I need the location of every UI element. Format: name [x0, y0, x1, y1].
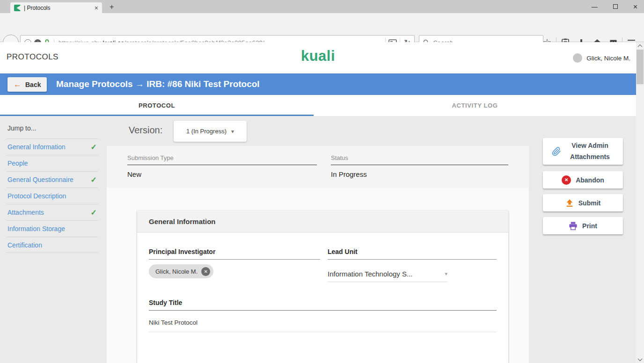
abandon-button[interactable]: ✕ Abandon: [543, 171, 623, 189]
browser-toolbar: ← i i https://siue-sbx.kuali.co/protocol…: [0, 13, 644, 42]
tab-close-icon[interactable]: ×: [95, 5, 98, 11]
tab-bar: PROTOCOL ACTIVITY LOG: [0, 95, 636, 116]
sidebar-item-general-questionnaire[interactable]: General Questionnaire ✓: [7, 171, 98, 188]
general-information-card: General Information Principal Investigat…: [137, 211, 508, 363]
jump-to-sidebar: Jump to... General Information ✓ People …: [7, 122, 98, 253]
card-title: General Information: [137, 211, 508, 232]
upload-icon: [565, 199, 574, 207]
check-icon: ✓: [91, 143, 97, 152]
view-admin-attachments-button[interactable]: View Admin Attachments: [543, 138, 623, 165]
page-title: Manage Protocols → IRB: #86 Niki Test Pr…: [56, 73, 260, 95]
kuali-logo: kuali: [0, 48, 636, 65]
chevron-down-icon: ▾: [445, 271, 447, 277]
app-header: PROTOCOLS kuali Glick, Nicole M.: [0, 42, 636, 73]
principal-investigator-chip[interactable]: Glick, Nicole M. ✕: [149, 264, 213, 278]
paperclip-icon: [552, 146, 561, 157]
sidebar-item-general-information[interactable]: General Information ✓: [7, 138, 98, 155]
chevron-down-icon: ▾: [231, 128, 234, 135]
check-icon: ✓: [91, 208, 97, 217]
browser-tab[interactable]: | Protocols ×: [10, 2, 102, 13]
tab-title: | Protocols: [24, 5, 91, 11]
sidebar-item-attachments[interactable]: Attachments ✓: [7, 204, 98, 220]
status-value: In Progress: [331, 165, 508, 178]
printer-icon: [569, 222, 578, 230]
study-title-input[interactable]: Niki Test Protocol: [149, 319, 497, 332]
principal-investigator-label: Principal Investigator: [149, 248, 320, 260]
user-menu[interactable]: Glick, Nicole M.: [573, 53, 630, 63]
tab-activity-log[interactable]: ACTIVITY LOG: [314, 95, 636, 116]
window-close-button[interactable]: ×: [633, 4, 637, 10]
version-row: Version: 1 (In Progress) ▾: [107, 116, 529, 146]
sidebar-item-certification[interactable]: Certification: [7, 237, 98, 253]
avatar: [573, 53, 582, 63]
submission-type-value: New: [127, 165, 317, 178]
sidebar-item-people[interactable]: People: [7, 155, 98, 171]
lead-unit-select[interactable]: Information Technology S... ▾: [328, 270, 447, 282]
version-dropdown[interactable]: 1 (In Progress) ▾: [174, 121, 247, 142]
scrollbar-thumb[interactable]: [637, 50, 644, 84]
submit-button[interactable]: Submit: [543, 194, 623, 211]
submission-type-label: Submission Type: [127, 154, 317, 165]
study-title-label: Study Title: [149, 299, 497, 311]
scroll-down-icon[interactable]: [636, 356, 644, 363]
back-label: Back: [25, 81, 41, 88]
window-maximize-button[interactable]: [613, 4, 618, 9]
back-button[interactable]: ← Back: [7, 77, 47, 92]
content: Jump to... General Information ✓ People …: [0, 116, 636, 363]
tab-protocol[interactable]: PROTOCOL: [0, 95, 314, 116]
new-tab-button[interactable]: +: [110, 3, 114, 11]
page: PROTOCOLS kuali Glick, Nicole M. ← Back …: [0, 42, 636, 363]
action-buttons: View Admin Attachments ✕ Abandon Submit: [543, 138, 623, 240]
print-button[interactable]: Print: [543, 217, 623, 234]
scroll-up-icon[interactable]: [636, 42, 644, 50]
breadcrumb-bar: ← Back Manage Protocols → IRB: #86 Niki …: [0, 73, 636, 95]
summary-panel: Submission Type New Status In Progress: [107, 146, 529, 188]
jump-to-heading: Jump to...: [7, 122, 98, 138]
status-label: Status: [331, 154, 508, 165]
lead-unit-label: Lead Unit: [328, 248, 497, 260]
check-icon: ✓: [91, 175, 97, 184]
version-label: Version:: [129, 125, 162, 136]
window-minimize-button[interactable]: —: [592, 4, 598, 10]
kuali-favicon-icon: [14, 5, 21, 11]
browser-titlebar: | Protocols × + — ×: [0, 0, 644, 13]
user-name: Glick, Nicole M.: [586, 55, 630, 62]
abandon-x-icon: ✕: [562, 175, 571, 185]
sidebar-item-protocol-description[interactable]: Protocol Description: [7, 188, 98, 204]
back-arrow-icon: ←: [14, 80, 22, 89]
chip-remove-icon[interactable]: ✕: [201, 267, 210, 276]
screen: | Protocols × + — × ← i i https://siue-s…: [0, 0, 644, 363]
page-scrollbar[interactable]: [636, 42, 644, 363]
sidebar-item-information-storage[interactable]: Information Storage: [7, 220, 98, 237]
